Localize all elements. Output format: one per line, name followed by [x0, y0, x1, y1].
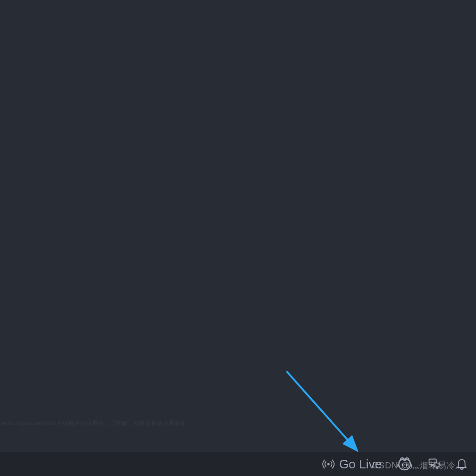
svg-rect-6 [434, 463, 439, 467]
svg-point-4 [406, 464, 408, 466]
watermark-site-text: www.toymoban.com 网络图片仅供展示，非存储，如有侵权请联系删除 [2, 419, 186, 427]
status-bar: Go Live [0, 452, 476, 476]
go-live-label: Go Live [339, 457, 382, 472]
feedback-icon [427, 457, 441, 471]
go-live-button[interactable]: Go Live [319, 455, 385, 474]
editor-area: www.toymoban.com 网络图片仅供展示，非存储，如有侵权请联系删除 [0, 0, 476, 452]
broadcast-icon [322, 457, 335, 471]
bell-icon [455, 457, 468, 471]
svg-point-3 [402, 464, 404, 466]
notifications-button[interactable] [452, 456, 471, 473]
copilot-button[interactable] [393, 454, 416, 475]
svg-point-2 [327, 463, 330, 465]
copilot-icon [396, 456, 413, 473]
feedback-button[interactable] [425, 456, 444, 473]
